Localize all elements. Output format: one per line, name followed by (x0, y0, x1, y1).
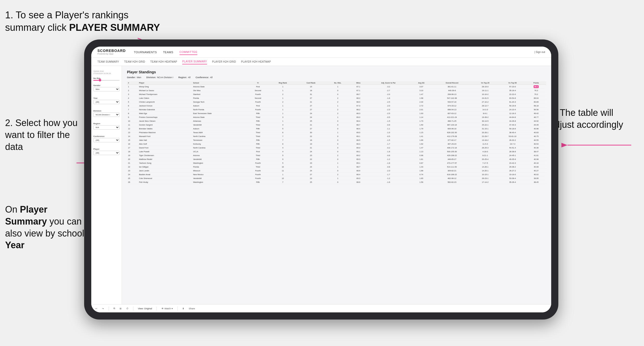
player-select[interactable]: (All) (93, 151, 120, 155)
table-cell: 17-14-2 (471, 180, 499, 184)
table-cell: 24-31-5 (471, 96, 499, 100)
table-cell: 22-29-7 (471, 134, 499, 138)
col-vs-top25: Vs Top 25 (471, 81, 499, 85)
table-cell: Second (247, 89, 269, 92)
table-cell: 38.45 (526, 180, 546, 184)
filter-division-value: NCAA Division I (157, 76, 173, 79)
table-cell: 40.27 (526, 169, 546, 173)
slider-thumb[interactable] (99, 79, 101, 81)
ann1-bold: PLAYER SUMMARY (69, 22, 160, 33)
table-cell: 57-23-0 (499, 85, 526, 89)
table-cell: 40.83 (526, 131, 546, 134)
annotation-1: 1. To see a Player's rankings summary cl… (5, 9, 204, 34)
table-cell: -0.9 (367, 123, 410, 127)
toolbar-download[interactable]: ⬇ (181, 307, 185, 310)
table-cell: 19 (297, 142, 326, 146)
nav-committee[interactable]: COMMITTEE (179, 49, 198, 55)
table-cell: 27 (297, 96, 326, 100)
player-label: Player (93, 148, 120, 150)
conference-select[interactable]: (All) (93, 138, 120, 142)
table-cell: Texas A&M (192, 131, 247, 134)
table-cell: 1 (326, 85, 350, 89)
table-cell: 10-15-1 (471, 173, 499, 176)
table-cell: 11 (269, 169, 297, 173)
table-cell: 628-192-30 (432, 131, 471, 134)
table-cell: Petr Hruby (138, 180, 192, 184)
table-cell: 69.0 (350, 115, 367, 119)
table-cell: 40.54 (526, 142, 546, 146)
logo-text: SCOREBOARD (97, 49, 126, 53)
table-cell: 0.87 (410, 161, 432, 165)
subnav-player-h2h-heatmap[interactable]: PLAYER H2H HEATMAP (241, 59, 271, 64)
table-cell: 11-5-3 (471, 142, 499, 146)
toolbar-undo[interactable]: ↩ (94, 307, 98, 310)
region-select[interactable]: N/A (93, 125, 120, 130)
table-cell: 1 (269, 85, 297, 89)
table-cell: 8-6-1 (471, 112, 499, 115)
table-cell: 1.92 (410, 142, 432, 146)
table-cell: 1 (269, 173, 297, 176)
table-cell: Kentucky (192, 142, 247, 146)
table-cell: Fourth (247, 176, 269, 180)
table-cell: -2.5 (367, 100, 410, 104)
toolbar-paste[interactable]: ⊞ (119, 307, 123, 310)
table-cell: 27 (297, 108, 326, 112)
table-cell: 1 (269, 96, 297, 100)
table-cell: 0 (326, 146, 350, 150)
table-cell: 674-33-12 (432, 104, 471, 108)
table-cell: -1.0 (367, 131, 410, 134)
division-select[interactable]: NCAA Division I (93, 113, 120, 117)
table-cell: Fifth (247, 138, 269, 142)
table-cell: 22 (297, 157, 326, 161)
table-cell: Third (247, 134, 269, 138)
table-cell: 547-142-38 (432, 96, 471, 100)
nav-teams[interactable]: TEAMS (163, 50, 173, 55)
subnav-team-summary[interactable]: TEAM SUMMARY (97, 59, 119, 64)
year-select[interactable]: (All) (93, 100, 120, 104)
toolbar-copy[interactable]: ⧉ (112, 307, 116, 310)
table-cell: Cole Sherwood (138, 176, 192, 180)
table-row: 8Mats EgeEast Tennessee StateFifth124268… (127, 112, 546, 115)
table-cell: 12-16-3 (499, 112, 526, 115)
table-cell: 23 (297, 154, 326, 157)
table-cell: 40.08 (526, 165, 546, 169)
nav-tournaments[interactable]: TOURNAMENTS (134, 50, 157, 55)
table-cell: 1.73 (410, 119, 432, 123)
toolbar-share[interactable]: Share (188, 307, 196, 310)
table-cell: First (247, 150, 269, 154)
gender-select[interactable]: Men (93, 87, 120, 91)
slider-track[interactable] (93, 80, 120, 81)
toolbar-clock[interactable]: ⏱ (125, 307, 130, 310)
table-cell: 68.4 (350, 127, 367, 131)
table-cell: Third (247, 165, 269, 169)
table-row: 14Maxwell FordNorth CarolinaThird722069.… (127, 134, 546, 138)
slider-row[interactable] (93, 80, 120, 81)
toolbar-view[interactable]: View: Original (137, 307, 153, 310)
table-cell: 2.72 (410, 104, 432, 108)
table-cell: 1 (326, 161, 350, 165)
table-cell: 68.2 (350, 96, 367, 100)
table-cell: Fourth (247, 92, 269, 96)
table-cell: 88.2 (526, 85, 546, 89)
sign-out-link[interactable]: | Sign out (534, 51, 545, 53)
table-cell: Washington (192, 161, 247, 165)
table-cell: 7 (269, 134, 297, 138)
toolbar-sep3 (157, 307, 157, 311)
table-cell: 1.13 (410, 150, 432, 154)
toolbar-watch[interactable]: 👁 Watch ▾ (160, 307, 174, 310)
table-cell: 2.01 (410, 108, 432, 112)
subnav-player-h2h-grid[interactable]: PLAYER H2H GRID (212, 59, 236, 64)
table-cell: -3.2 (367, 85, 410, 89)
table-cell: 40.98 (526, 157, 546, 161)
subnav-team-h2h-grid[interactable]: TEAM H2H GRID (124, 59, 145, 64)
table-cell: 8-21-1 (471, 154, 499, 157)
filter-region: Region: All (178, 76, 191, 79)
subnav-team-h2h-heatmap[interactable]: TEAM H2H HEATMAP (150, 59, 177, 64)
table-cell: 0 (326, 119, 350, 123)
subnav-player-summary[interactable]: PLAYER SUMMARY (182, 59, 207, 64)
table-cell: 1.61 (410, 157, 432, 161)
sidebar-section-norounds: No Rds. (93, 77, 120, 81)
table-cell: 1 (269, 108, 297, 112)
table-cell: -1.8 (367, 161, 410, 165)
toolbar-redo[interactable]: ↪ (101, 307, 105, 310)
